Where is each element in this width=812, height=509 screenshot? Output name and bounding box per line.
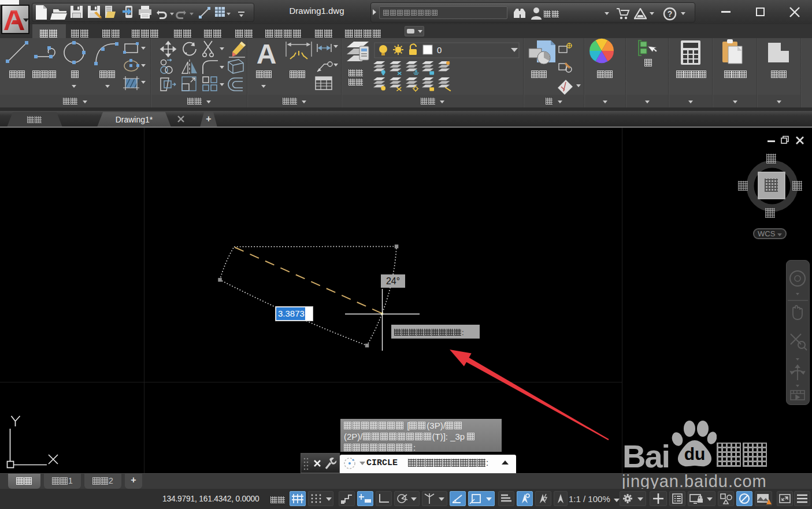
svg-text:0: 0 [437, 45, 442, 55]
svg-text:du: du [684, 444, 706, 463]
svg-text:A: A [257, 39, 277, 69]
svg-text:?: ? [668, 9, 673, 18]
